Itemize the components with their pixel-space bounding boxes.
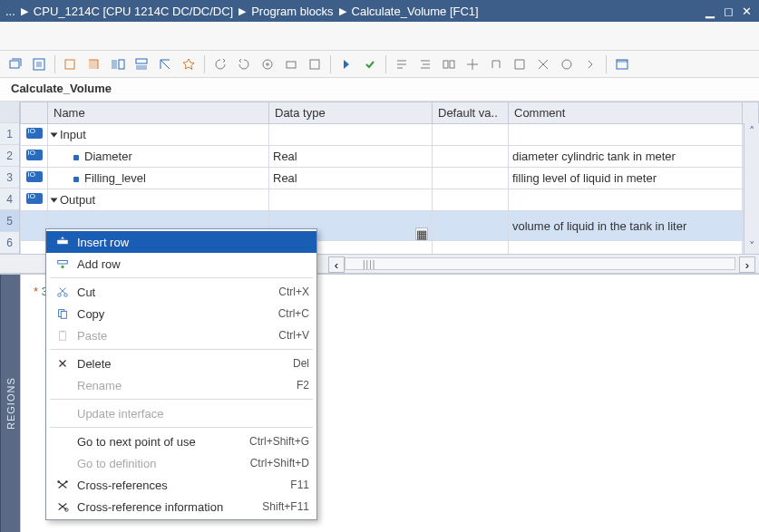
ctx-delete[interactable]: Delete Del — [46, 353, 316, 374]
svg-rect-4 — [89, 60, 98, 69]
param-name[interactable]: Diameter — [84, 150, 132, 163]
ctx-shortcut: F11 — [290, 479, 309, 491]
toolbar-btn-14[interactable] — [336, 54, 356, 74]
toolbar-btn-last[interactable] — [612, 54, 632, 74]
close-button[interactable]: ✕ — [739, 4, 754, 18]
svg-rect-10 — [287, 62, 296, 68]
toolbar-btn-5[interactable] — [108, 54, 128, 74]
scroll-up-icon[interactable]: ˄ — [744, 123, 759, 139]
ctx-cut[interactable]: Cut Ctrl+X — [46, 281, 316, 303]
row-number[interactable]: 4 — [0, 189, 19, 210]
svg-rect-0 — [10, 61, 19, 68]
toolbar-btn-8[interactable] — [179, 54, 199, 74]
ctx-update-interface: Update interface — [46, 402, 316, 424]
regions-tab[interactable]: REGIONS — [0, 275, 20, 532]
toolbar-btn-7[interactable] — [155, 54, 175, 74]
maximize-button[interactable]: ◻ — [721, 4, 735, 18]
table-row[interactable]: Input — [21, 124, 759, 146]
toolbar-btn-17[interactable] — [415, 54, 435, 74]
datatype-dropdown-icon[interactable]: ▦ — [415, 227, 428, 240]
toolbar-btn-20[interactable] — [486, 54, 506, 74]
scroll-down-icon[interactable]: ˅ — [744, 238, 759, 254]
block-title: Calculate_Volume — [0, 78, 759, 102]
ctx-cross-references[interactable]: Cross-references F11 — [46, 474, 316, 496]
ctx-cross-reference-info[interactable]: Cross-reference information Shift+F11 — [46, 496, 316, 517]
param-name[interactable]: Filling_level — [84, 171, 146, 185]
svg-rect-5 — [112, 60, 117, 69]
col-name[interactable]: Name — [48, 102, 269, 124]
param-datatype[interactable]: Real — [269, 168, 433, 189]
row-number[interactable]: 2 — [0, 145, 19, 167]
toolbar-btn-12[interactable] — [281, 54, 301, 74]
io-icon — [26, 171, 43, 182]
collapse-icon[interactable] — [51, 133, 58, 138]
toolbar-btn-22[interactable] — [533, 54, 553, 74]
param-comment[interactable]: filling level of liquid in meter — [509, 168, 743, 189]
toolbar-btn-2[interactable] — [29, 54, 49, 74]
row-number[interactable]: 1 — [0, 123, 19, 145]
param-datatype[interactable]: Real — [269, 146, 433, 168]
scroll-left-button[interactable]: ‹ — [328, 256, 345, 273]
svg-point-20 — [64, 294, 68, 297]
toolbar-btn-6[interactable] — [131, 54, 151, 74]
vertical-scrollbar[interactable]: ˄ ˅ — [744, 123, 759, 254]
toolbar-btn-19[interactable] — [462, 54, 482, 74]
col-default[interactable]: Default va.. — [433, 102, 509, 124]
toolbar-btn-4[interactable] — [84, 54, 104, 74]
param-comment[interactable]: volume of liquid in the tank in liter — [509, 211, 743, 241]
breadcrumb-cpu[interactable]: CPU_1214C [CPU 1214C DC/DC/DC] — [34, 5, 233, 18]
row-number[interactable]: 3 — [0, 167, 19, 189]
breadcrumb-ellipsis[interactable]: ... — [5, 5, 15, 18]
toolbar-btn-1[interactable] — [5, 54, 25, 74]
horizontal-scrollbar[interactable] — [345, 257, 735, 270]
table-row[interactable]: Filling_level Real filling level of liqu… — [21, 168, 759, 189]
svg-rect-13 — [450, 61, 454, 68]
row-number-gutter: 1 2 3 4 5 6 — [0, 102, 20, 254]
breadcrumb-sep-icon: ▶ — [21, 5, 28, 17]
code-token: * — [34, 285, 42, 298]
ctx-copy[interactable]: Copy Ctrl+C — [46, 303, 316, 324]
svg-rect-23 — [60, 332, 66, 341]
ctx-label: Cross-references — [77, 479, 290, 492]
collapse-icon[interactable] — [51, 198, 58, 203]
minimize-button[interactable]: ▁ — [703, 4, 717, 18]
row-number[interactable]: 5 — [0, 210, 19, 232]
toolbar-btn-3[interactable] — [61, 54, 81, 74]
param-comment[interactable]: diameter cylindric tank in meter — [509, 146, 743, 168]
ctx-rename: Rename F2 — [46, 374, 316, 396]
ctx-insert-row[interactable]: Insert row — [46, 231, 316, 253]
ctx-goto-use[interactable]: Go to next point of use Ctrl+Shift+G — [46, 430, 316, 452]
toolbar-overflow-icon[interactable] — [580, 54, 600, 74]
toolbar-btn-11[interactable] — [258, 54, 277, 74]
toolbar-btn-10[interactable] — [234, 54, 254, 74]
ctx-label: Cross-reference information — [77, 500, 262, 514]
toolbar-btn-13[interactable] — [305, 54, 325, 74]
ctx-add-row[interactable]: Add row — [46, 253, 316, 275]
ctx-label: Update interface — [77, 407, 309, 421]
table-row[interactable]: Output — [21, 189, 759, 211]
row-number[interactable]: 6 — [0, 232, 19, 254]
col-comment[interactable]: Comment — [509, 102, 743, 124]
svg-rect-22 — [61, 311, 66, 318]
menu-separator — [50, 349, 313, 350]
scroll-right-button[interactable]: › — [739, 256, 755, 273]
ctx-shortcut: Del — [293, 357, 309, 370]
ctx-shortcut: Ctrl+Shift+D — [250, 457, 309, 469]
toolbar-btn-18[interactable] — [439, 54, 459, 74]
toolbar-btn-16[interactable] — [392, 54, 412, 74]
svg-point-14 — [562, 60, 571, 69]
toolbar-btn-9[interactable] — [210, 54, 230, 74]
svg-rect-7 — [136, 59, 147, 63]
table-row[interactable]: Diameter Real diameter cylindric tank in… — [21, 146, 759, 168]
splitter-grip-icon[interactable]: |||| — [363, 259, 375, 269]
breadcrumb-program-blocks[interactable]: Program blocks — [251, 5, 333, 18]
toolbar-btn-15[interactable] — [360, 54, 380, 74]
toolbar-btn-23[interactable] — [557, 54, 577, 74]
top-strip — [0, 22, 759, 51]
col-datatype[interactable]: Data type — [269, 102, 433, 124]
group-name: Output — [60, 193, 95, 207]
svg-point-25 — [57, 480, 60, 483]
svg-rect-6 — [119, 60, 124, 69]
toolbar-btn-21[interactable] — [510, 54, 530, 74]
breadcrumb-block[interactable]: Calculate_Volume [FC1] — [352, 5, 479, 18]
